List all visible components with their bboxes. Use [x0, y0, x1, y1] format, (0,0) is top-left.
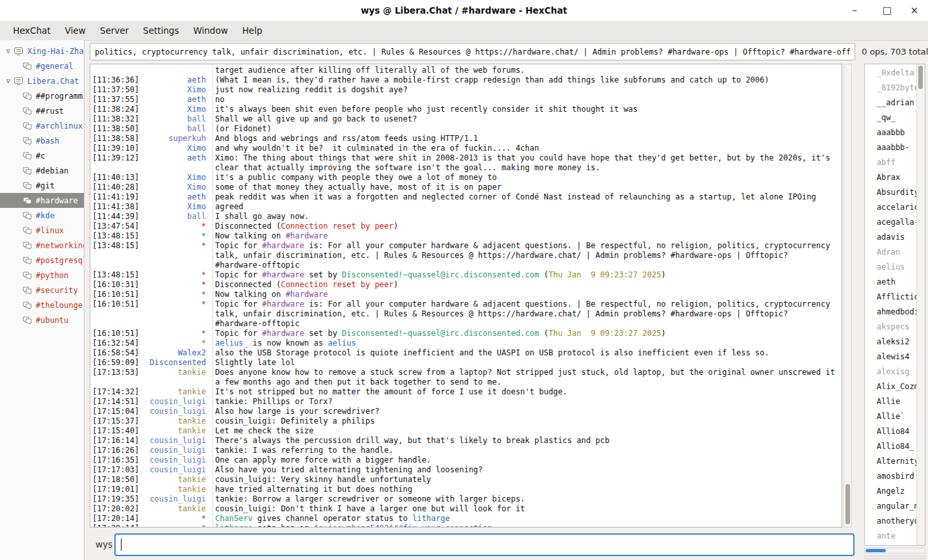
chat-timestamp: [17:14:32]	[92, 387, 139, 397]
text-caret	[121, 539, 122, 551]
user-list-hscrollbar[interactable]	[864, 548, 925, 554]
chat-text-segment: #hardware	[262, 329, 304, 338]
tree-row-label: #ubuntu	[36, 316, 69, 325]
chat-text-segment: Disconnected (	[215, 222, 281, 231]
chat-line-meta: [11:40:13]Ximo	[90, 173, 210, 183]
chat-line-meta: [16:58:54]Walex2	[90, 348, 210, 358]
menu-bar: HexChatViewServerSettingsWindowHelp	[0, 21, 928, 41]
chat-line: [17:16:14]cousin_luigiThere's always the…	[90, 436, 842, 446]
chat-timestamp: [17:20:14]	[92, 514, 139, 524]
chat-text-segment: )	[661, 270, 665, 279]
chat-timestamp: [17:16:35]	[92, 455, 139, 465]
tree-row--bash[interactable]: #bash	[0, 133, 84, 148]
chat-text-segment: also the USB Storage protocol is quiote …	[215, 348, 769, 357]
chat-line-meta: [11:40:28]Ximo	[90, 183, 210, 192]
chat-message: litharge sets ban on $a:joeyzheng5403$##…	[210, 524, 842, 528]
tree-row-label: Xing-Hai-Zhan	[27, 47, 84, 56]
maximize-button[interactable]: □	[876, 0, 898, 21]
tree-row-label: ##programming	[36, 92, 84, 101]
tree-row-label: #debian	[36, 166, 69, 175]
channel-icon	[22, 136, 36, 146]
chevron-down-icon: ▽	[3, 77, 14, 84]
chat-text-segment: Topic for	[215, 329, 262, 338]
menu-item-view[interactable]: View	[58, 21, 93, 40]
chat-nick: aeth	[187, 95, 210, 105]
tree-row--thelounge[interactable]: #thelounge	[0, 298, 84, 312]
chat-text-segment: target audience after killing off litera…	[215, 66, 525, 75]
chat-scrollbar[interactable]	[844, 64, 852, 528]
chat-line: [13:48:15]*Now talking on #hardware	[90, 231, 842, 241]
chat-scrollbar-thumb[interactable]	[845, 484, 850, 524]
chat-text-segment: Topic for	[215, 270, 262, 279]
chat-text-segment: It's not stripped but no matter the amou…	[215, 387, 567, 396]
chat-text-segment: )	[661, 329, 665, 338]
chat-text-segment: is: For all your computer hardware & adj…	[215, 299, 835, 328]
tree-row--git[interactable]: #git	[0, 178, 84, 193]
chat-timestamp: [11:38:24]	[92, 105, 139, 114]
tree-row--python[interactable]: #python	[0, 268, 84, 283]
chat-text-segment: just now realizing reddit is dogshit aye…	[215, 85, 407, 94]
message-input[interactable]	[114, 533, 855, 556]
chat-text-segment: cousin_luigi: Don't think I have a large…	[215, 504, 525, 513]
minimize-button[interactable]: –	[844, 0, 866, 21]
tree-row--ubuntu[interactable]: #ubuntu	[0, 312, 84, 327]
tree-row-libera-chat[interactable]: ▽Libera.Chat	[0, 73, 84, 88]
menu-item-window[interactable]: Window	[186, 21, 235, 40]
tree-row--kde[interactable]: #kde	[0, 208, 84, 223]
chat-text-segment: peak reddit was when it was a forgotten …	[215, 192, 816, 201]
close-button[interactable]: ×	[903, 0, 925, 21]
tree-row--security[interactable]: #security	[0, 283, 84, 298]
chat-message: Topic for #hardware set by Disconsented!…	[210, 329, 842, 338]
tree-row--linux[interactable]: #linux	[0, 223, 84, 238]
tree-row--general[interactable]: #general	[0, 58, 84, 73]
menu-item-hexchat[interactable]: HexChat	[6, 21, 58, 40]
user-list-scrollbar-thumb[interactable]	[918, 66, 923, 89]
chat-line-meta: [16:10:51]*	[90, 299, 210, 329]
own-nick-label: wys	[96, 533, 112, 556]
menu-item-help[interactable]: Help	[235, 21, 270, 40]
tree-row--hardware[interactable]: #hardware	[0, 193, 84, 208]
user-list-scrollbar[interactable]	[916, 64, 925, 545]
chat-line-meta: [11:37:50]Ximo	[90, 85, 210, 95]
chat-nick: *	[201, 299, 210, 329]
chat-text-segment: #hardware	[262, 299, 304, 309]
user-list-hscrollbar-thumb[interactable]	[866, 549, 886, 552]
tree-row--postgresql[interactable]: #postgresql	[0, 253, 84, 268]
chat-line: [17:14:32]tankieIt's not stripped but no…	[90, 387, 842, 397]
chat-text-segment: aelius_	[215, 338, 248, 348]
tree-row-label: #security	[36, 286, 78, 295]
chat-message: it's always been shit even before people…	[210, 105, 842, 114]
tree-row--debian[interactable]: #debian	[0, 163, 84, 178]
tree-row-label: ##rust	[36, 107, 64, 116]
chat-message: agreed	[210, 202, 842, 212]
chat-line-meta: [16:10:51]*	[90, 329, 210, 338]
chat-line: [17:13:53]tankieDoes anyone know how to …	[90, 368, 842, 387]
tree-row-xing-hai-zhan[interactable]: ▽Xing-Hai-Zhan	[0, 44, 84, 58]
tree-row--programming[interactable]: ##programming	[0, 88, 84, 103]
chat-line: [16:10:51]*Topic for #hardware is: For a…	[90, 299, 842, 329]
chat-line-meta: [11:36:36]aeth	[90, 75, 210, 85]
tree-row--networking[interactable]: #networking	[0, 238, 84, 253]
chat-line: [11:36:36]aeth(What I mean is, they'd ra…	[90, 75, 842, 85]
chat-nick: *	[201, 290, 210, 299]
chat-line-meta: [17:17:03]cousin_luigi	[90, 465, 210, 475]
chat-text-segment: (	[539, 329, 548, 338]
topic-input[interactable]	[90, 43, 855, 60]
chat-nick: tankie	[178, 504, 210, 514]
chat-line: [13:48:15]*Topic for #hardware is: For a…	[90, 241, 842, 270]
chat-line-meta: [11:38:50]ball	[90, 124, 210, 134]
tree-row--c[interactable]: #c	[0, 148, 84, 163]
chat-line-meta: [17:14:51]cousin_luigi	[90, 397, 210, 407]
chat-text-segment: it's a public company with people they o…	[215, 173, 496, 182]
tree-row--archlinux[interactable]: #archlinux	[0, 118, 84, 133]
chat-nick: cousin_luigi	[149, 436, 210, 446]
chat-message: Does anyone know how to remove a stuck s…	[210, 368, 842, 387]
menu-item-settings[interactable]: Settings	[136, 21, 186, 40]
chat-line: [11:44:39]ballI shall go away now.	[90, 212, 842, 222]
channel-icon	[22, 107, 36, 116]
chat-line: [17:19:35]cousin_luigitankie: Borrow a l…	[90, 494, 842, 504]
chat-timestamp: [11:40:28]	[92, 183, 139, 192]
chat-nick: tankie	[178, 475, 210, 485]
menu-item-server[interactable]: Server	[93, 21, 136, 40]
tree-row--rust[interactable]: ##rust	[0, 103, 84, 118]
